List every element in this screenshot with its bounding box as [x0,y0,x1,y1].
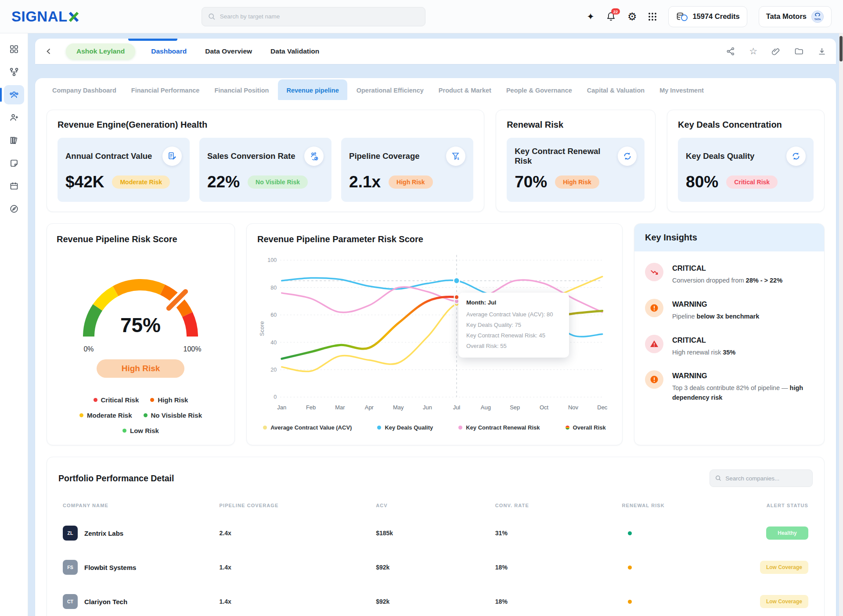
parameter-chart-title: Revenue Pipeline Parameter Risk Score [257,234,612,244]
sidebar-item-notes[interactable] [4,154,24,173]
attachment-icon[interactable] [771,46,780,57]
refresh-icon[interactable] [786,147,806,166]
download-icon[interactable] [818,46,826,57]
conversion-label: Sales Conversion Rate [207,151,295,161]
folder-icon[interactable] [794,46,803,57]
line-chart-legend: Average Contract Value (ACV) Key Deals Q… [257,424,612,431]
credits-label: 15974 Credits [692,12,739,21]
portfolio-title: Portfolio Performance Detail [58,473,174,483]
table-row[interactable]: FS Flowbit Systems 1.4x $92k 18% Low Cov… [58,550,813,584]
company-avatar: ZL [63,526,78,541]
subtab-product-market[interactable]: Product & Market [433,81,497,100]
subtab-people-governance[interactable]: People & Governance [501,81,578,100]
svg-text:0%: 0% [84,345,94,353]
gauge-title: Revenue Pipeline Risk Score [57,234,177,244]
svg-text:$: $ [458,157,459,161]
renewal-risk-dot [628,600,632,604]
contract-edit-icon [162,147,182,166]
conversion-risk-badge: No Visible Risk [248,175,308,189]
scrollbar-thumb[interactable] [839,36,843,61]
svg-text:Sep: Sep [510,404,520,411]
alert-circle-icon [645,299,663,317]
acv-value: $42K [65,173,104,191]
status-badge: Low Coverage [760,561,808,574]
key-insights-title: Key Insights [645,233,814,243]
top-header: SIGNAL ✦ 22 ⚙ [0,0,843,33]
company-search[interactable] [710,469,813,487]
key-deals-value: 80% [686,173,718,191]
page-tabbar: Ashok Leyland Dashboard Data Overview Da… [35,39,836,64]
legend-acv: Average Contract Value (ACV) [263,424,352,431]
sidebar-item-calendar[interactable] [4,176,24,196]
company-name: Zentrix Labs [84,530,123,537]
conversion-tile: Sales Conversion Rate $ [199,138,331,202]
sidebar-item-dashboard[interactable] [4,39,24,59]
renewal-risk-value: 70% [515,173,547,191]
apps-grid-icon[interactable] [648,12,657,21]
table-row[interactable]: CT Clariyon Tech 1.4x $92k 18% Low Cover… [58,584,813,616]
svg-text:Score: Score [259,321,266,336]
tab-data-overview[interactable]: Data Overview [202,47,255,55]
alert-circle-icon [645,370,663,389]
global-search[interactable] [202,7,425,26]
subtab-capital-valuation[interactable]: Capital & Valuation [581,81,650,100]
svg-text:May: May [393,404,404,411]
funnel-dollar-icon: $ [446,147,465,166]
svg-text:Mar: Mar [335,404,345,411]
gauge-legend: Critical Risk High Risk Moderate Risk No… [68,396,213,434]
community-icon [9,90,19,100]
trend-down-icon [645,263,663,281]
favorite-star-icon[interactable]: ☆ [749,46,757,57]
workflow-icon [9,67,19,77]
subtab-financial-performance[interactable]: Financial Performance [126,81,205,100]
status-badge: Healthy [766,526,808,540]
legend-high: High Risk [150,396,188,404]
sidebar-item-add-user[interactable] [4,108,24,127]
company-search-input[interactable] [725,475,807,482]
svg-text:Apr: Apr [365,404,374,411]
sidebar-item-library[interactable] [4,131,24,150]
add-user-icon [9,113,19,122]
tab-dashboard[interactable]: Dashboard [148,47,189,55]
subtab-company-dashboard[interactable]: Company Dashboard [47,81,122,100]
logo-x-icon [68,11,79,22]
parameter-risk-chart-card: Revenue Pipeline Parameter Risk Score [246,223,623,445]
renewal-risk-dot [628,566,632,569]
svg-text:$: $ [315,157,317,160]
signalx-logo[interactable]: SIGNAL [11,8,79,25]
search-icon [208,13,216,21]
subtab-my-investment[interactable]: My Investment [654,81,710,100]
back-button[interactable] [45,47,53,55]
notifications-bell[interactable]: 22 [606,11,616,21]
sparkle-icon[interactable]: ✦ [587,11,594,22]
pipeline-coverage-risk-badge: High Risk [389,175,433,189]
search-input[interactable] [220,13,419,20]
tooltip-title: Month: Jul [466,299,561,306]
refresh-icon[interactable] [618,147,637,166]
renewal-risk-card: Renewal Risk Key Contract Renewal Risk [496,110,656,212]
scrollbar[interactable] [839,33,843,616]
acv-label: Annual Contract Value [65,151,152,161]
key-insights-card: Key Insights CRITICAL Conversion dropped… [634,223,825,445]
org-switcher[interactable]: Tata Motors TATA [759,6,832,27]
svg-text:100%: 100% [184,345,202,353]
subtab-revenue-pipeline[interactable]: Revenue pipeline [278,79,347,100]
company-pill[interactable]: Ashok Leyland [66,43,135,59]
sidebar-item-workflow[interactable] [4,62,24,82]
settings-gear-icon[interactable]: ⚙ [627,11,637,22]
sidebar-item-community[interactable] [4,85,24,104]
subtab-operational-efficiency[interactable]: Operational Efficiency [351,81,429,100]
alert-triangle-icon [645,335,663,353]
sidebar-item-compass[interactable] [4,199,24,218]
table-row[interactable]: ZL Zentrix Labs 2.4x $185k 31% Healthy [58,516,813,550]
subtab-financial-position[interactable]: Financial Position [209,81,274,100]
left-sidebar [0,33,28,616]
credits-box[interactable]: 15974 Credits [668,6,747,27]
calendar-icon [9,181,19,191]
renewal-risk-tile: Key Contract Renewal Risk 70% High Risk [507,138,645,202]
renewal-risk-badge: High Risk [555,175,599,189]
search-icon [715,475,721,482]
key-deals-tile: Key Deals Quality 80% Critical Risk [678,138,814,202]
share-icon[interactable] [726,46,735,57]
tab-data-validation[interactable]: Data Validation [268,47,322,55]
